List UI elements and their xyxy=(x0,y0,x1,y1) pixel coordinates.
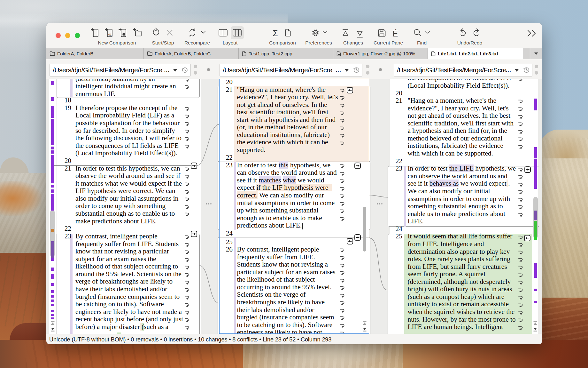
svg-text:É: É xyxy=(392,29,398,38)
svg-text:Σ: Σ xyxy=(273,28,278,38)
svg-text:01: 01 xyxy=(108,33,112,36)
